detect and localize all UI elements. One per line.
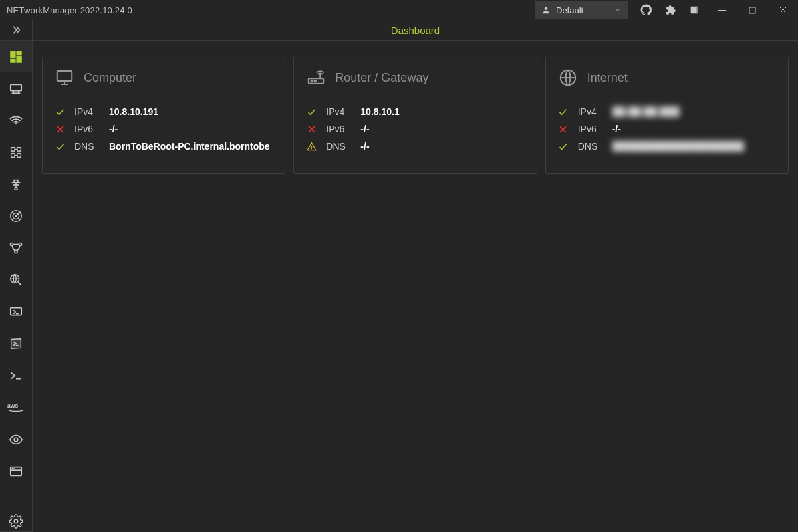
web-console-icon — [9, 464, 23, 479]
wifi-icon — [9, 113, 23, 128]
sidebar-bottom — [0, 511, 32, 532]
svg-rect-45 — [13, 468, 14, 469]
computer-ipv6-row: IPv6 -/- — [55, 124, 273, 134]
github-icon — [640, 4, 652, 16]
expand-sidebar-button[interactable] — [0, 20, 32, 41]
internet-dns-row: DNS ████████████████████ — [558, 141, 776, 152]
aws-icon: aws — [7, 400, 25, 415]
remote-desktop-icon — [9, 305, 23, 319]
cross-icon — [55, 124, 65, 134]
sidebar-item-ping-monitor[interactable] — [0, 200, 32, 232]
book-icon — [689, 5, 700, 15]
svg-rect-15 — [11, 148, 15, 152]
documentation-button[interactable] — [682, 0, 706, 20]
computer-icon — [55, 68, 74, 88]
sidebar-item-ip-scanner[interactable] — [0, 136, 32, 168]
sidebar-item-remote-desktop[interactable] — [0, 296, 32, 328]
gateway-dns-label: DNS — [326, 141, 351, 152]
svg-line-35 — [18, 282, 21, 285]
svg-rect-7 — [17, 51, 21, 55]
dashboard-icon — [9, 49, 23, 64]
extensions-button[interactable] — [658, 0, 682, 20]
sidebar-item-putty[interactable] — [0, 360, 32, 392]
card-gateway-title: Router / Gateway — [335, 71, 428, 85]
cross-icon — [306, 124, 317, 134]
content-area: Dashboard Computer IPv4 10.8.10.191 — [33, 20, 798, 532]
svg-rect-1 — [696, 7, 698, 14]
search-globe-icon — [9, 273, 23, 287]
svg-rect-10 — [11, 85, 22, 91]
sidebar-item-aws[interactable]: aws — [0, 392, 32, 424]
svg-rect-8 — [17, 56, 21, 62]
svg-rect-2 — [718, 10, 726, 11]
puzzle-icon — [664, 4, 676, 16]
eye-icon — [9, 432, 23, 447]
svg-rect-6 — [11, 51, 15, 58]
sidebar-item-settings[interactable] — [0, 511, 32, 532]
internet-dns-label: DNS — [578, 141, 603, 152]
sidebar-item-network-interface[interactable] — [0, 72, 32, 104]
sidebar-item-dns-lookup[interactable] — [0, 264, 32, 296]
internet-ipv6-value: -/- — [612, 124, 776, 134]
gateway-ipv4-label: IPv4 — [326, 106, 351, 117]
svg-rect-3 — [749, 7, 755, 13]
svg-rect-18 — [17, 154, 21, 158]
svg-rect-17 — [11, 154, 15, 158]
router-icon — [306, 68, 326, 88]
sidebar-item-tigervnc[interactable] — [0, 424, 32, 456]
gateway-ipv6-value: -/- — [360, 124, 524, 134]
gateway-dns-row: DNS -/- — [306, 141, 524, 152]
profile-dropdown[interactable]: Default — [535, 1, 628, 19]
maximize-button[interactable] — [737, 0, 767, 20]
svg-point-31 — [11, 243, 13, 245]
computer-ipv4-value: 10.8.10.191 — [109, 106, 273, 117]
check-icon — [558, 107, 569, 117]
svg-point-53 — [311, 80, 313, 82]
sidebar-item-web-console[interactable] — [0, 456, 32, 487]
sidebar: aws — [0, 20, 33, 532]
check-icon — [55, 107, 65, 117]
internet-ipv6-row: IPv6 -/- — [558, 124, 776, 134]
sidebar-item-traceroute[interactable] — [0, 232, 32, 264]
computer-ipv6-label: IPv6 — [74, 124, 100, 134]
sidebar-item-port-scanner[interactable] — [0, 168, 32, 200]
close-button[interactable] — [767, 0, 798, 20]
close-icon — [779, 7, 787, 14]
ip-scanner-icon — [9, 145, 23, 160]
card-internet-header: Internet — [558, 68, 776, 88]
user-icon — [541, 5, 551, 15]
check-icon — [306, 107, 317, 117]
radar-icon — [9, 209, 23, 223]
internet-ipv4-row: IPv4 ██.██.██.███ — [558, 106, 776, 117]
page-title: Dashboard — [391, 25, 440, 36]
sidebar-item-wifi[interactable] — [0, 104, 32, 136]
sidebar-item-dashboard[interactable] — [0, 41, 32, 72]
svg-point-32 — [19, 243, 21, 245]
gear-icon — [9, 514, 23, 529]
gateway-ipv6-row: IPv6 -/- — [306, 124, 524, 134]
cards-row: Computer IPv4 10.8.10.191 IPv6 -/- DNS B… — [33, 41, 798, 183]
terminal-icon — [9, 368, 23, 383]
computer-dns-label: DNS — [74, 141, 100, 152]
card-computer-header: Computer — [55, 68, 273, 88]
sidebar-item-powershell[interactable] — [0, 328, 32, 360]
app-title: NETworkManager 2022.10.24.0 — [7, 5, 132, 15]
maximize-icon — [749, 7, 756, 14]
computer-ipv4-row: IPv4 10.8.10.191 — [55, 106, 273, 117]
card-internet: Internet IPv4 ██.██.██.███ IPv6 -/- DNS … — [545, 57, 789, 174]
gateway-dns-value: -/- — [360, 141, 524, 152]
card-computer: Computer IPv4 10.8.10.191 IPv6 -/- DNS B… — [42, 57, 285, 174]
page-header: Dashboard — [33, 20, 798, 41]
port-scanner-icon — [9, 177, 23, 192]
gateway-ipv6-label: IPv6 — [326, 124, 351, 134]
svg-text:aws: aws — [7, 402, 19, 409]
svg-rect-47 — [57, 71, 72, 81]
minimize-button[interactable] — [706, 0, 737, 20]
github-link[interactable] — [634, 0, 658, 20]
gateway-ipv4-row: IPv4 10.8.10.1 — [306, 106, 524, 117]
card-internet-title: Internet — [587, 71, 628, 85]
computer-dns-row: DNS BornToBeRoot-PC.internal.borntobe — [55, 141, 273, 152]
svg-point-60 — [311, 148, 312, 149]
internet-ipv4-label: IPv4 — [578, 106, 603, 117]
svg-point-46 — [14, 519, 18, 523]
